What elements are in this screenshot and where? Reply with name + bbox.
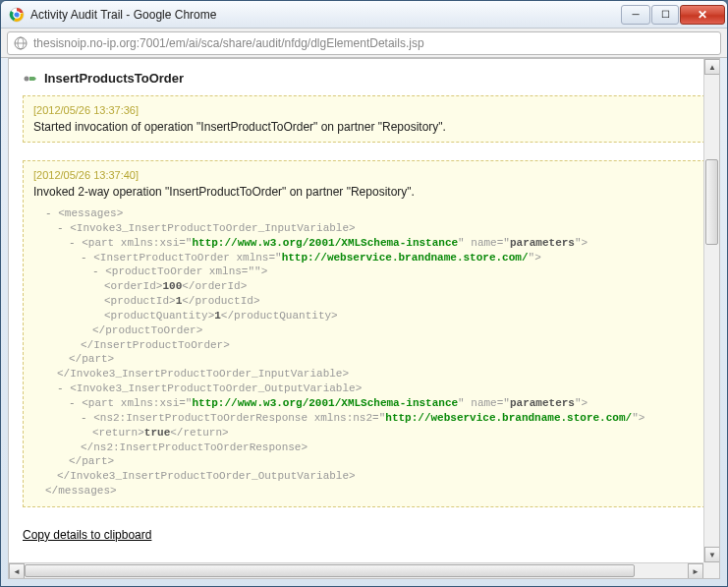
svg-point-1 [14, 11, 20, 17]
minimize-button[interactable]: ─ [621, 5, 650, 25]
window-controls: ─ ☐ ✕ [621, 5, 725, 25]
audit-block-1: [2012/05/26 13:37:36] Started invocation… [23, 95, 705, 143]
scroll-down-button[interactable]: ▼ [704, 547, 720, 562]
audit-message: Invoked 2-way operation "InsertProductTo… [33, 185, 695, 199]
globe-icon [14, 36, 28, 50]
copy-details-link[interactable]: Copy details to clipboard [23, 528, 151, 542]
chrome-icon [9, 7, 25, 23]
titlebar[interactable]: Activity Audit Trail - Google Chrome ─ ☐… [1, 1, 727, 29]
scroll-track[interactable] [704, 75, 719, 547]
maximize-button[interactable]: ☐ [651, 5, 679, 25]
url-text: thesisnoip.no-ip.org:7001/em/ai/sca/shar… [33, 36, 424, 50]
activity-icon [23, 72, 38, 86]
activity-name: InsertProductsToOrder [44, 71, 184, 86]
audit-message: Started invocation of operation "InsertP… [33, 120, 695, 134]
scroll-up-button[interactable]: ▲ [704, 59, 720, 75]
url-field[interactable]: thesisnoip.no-ip.org:7001/em/ai/sca/shar… [7, 31, 721, 55]
scroll-left-button[interactable]: ◄ [9, 563, 25, 579]
activity-header: InsertProductsToOrder [23, 71, 705, 86]
audit-block-2: [2012/05/26 13:37:40] Invoked 2-way oper… [23, 160, 705, 507]
timestamp: [2012/05/26 13:37:36] [33, 104, 695, 116]
scroll-thumb[interactable] [705, 159, 718, 244]
window-title: Activity Audit Trail - Google Chrome [30, 8, 621, 22]
scroll-thumb[interactable] [25, 564, 635, 577]
content-area: InsertProductsToOrder [2012/05/26 13:37:… [8, 58, 720, 579]
horizontal-scrollbar[interactable]: ◄ ► [9, 562, 703, 578]
scroll-right-button[interactable]: ► [688, 563, 703, 579]
scroll-track[interactable] [25, 563, 688, 578]
timestamp: [2012/05/26 13:37:40] [33, 169, 695, 181]
xml-payload: - <messages> - <Invoke3_InsertProductToO… [33, 206, 695, 499]
address-bar: thesisnoip.no-ip.org:7001/em/ai/sca/shar… [1, 29, 727, 58]
svg-point-5 [25, 76, 29, 81]
close-button[interactable]: ✕ [680, 5, 725, 25]
scroll-corner [703, 562, 719, 578]
vertical-scrollbar[interactable]: ▲ ▼ [703, 59, 719, 562]
chrome-window: Activity Audit Trail - Google Chrome ─ ☐… [0, 0, 728, 587]
